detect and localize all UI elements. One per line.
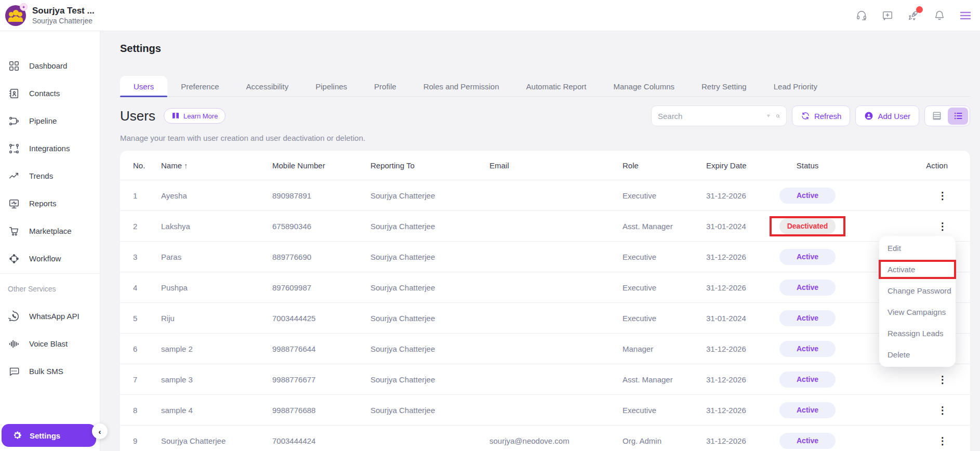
- status-badge: Active: [779, 249, 836, 265]
- cell-expiry: 31-12-2026: [706, 406, 758, 415]
- cell-name: Ayesha: [161, 191, 272, 200]
- sidebar-item-bulk-sms[interactable]: Bulk SMS: [0, 357, 100, 385]
- cell-no: 7: [133, 375, 161, 384]
- refresh-button[interactable]: Refresh: [792, 105, 851, 126]
- learn-more-button[interactable]: Learn More: [164, 108, 226, 124]
- gear-icon: [12, 430, 22, 441]
- cell-role: Asst. Manager: [623, 375, 706, 384]
- col-status: Status: [758, 161, 857, 170]
- cell-name: sample 4: [161, 406, 272, 415]
- menu-item[interactable]: Change Password: [879, 280, 956, 301]
- tab[interactable]: Accessibility: [233, 76, 302, 97]
- table-view-icon: [932, 111, 942, 121]
- row-actions-button[interactable]: ⋮: [937, 375, 948, 384]
- table-row[interactable]: 3 Paras 889776690 Sourjya Chatterjee Exe…: [120, 242, 970, 272]
- cell-no: 5: [133, 314, 161, 323]
- trends-icon: [8, 170, 20, 182]
- status-badge: Active: [779, 402, 836, 418]
- reports-icon: [8, 197, 20, 210]
- list-view-icon: [953, 111, 963, 121]
- menu-item[interactable]: Activate: [879, 259, 956, 280]
- table-row[interactable]: 5 Riju 7003444425 Sourjya Chatterjee Exe…: [120, 303, 970, 334]
- support-headset-icon[interactable]: [855, 9, 868, 22]
- search-input[interactable]: [658, 112, 761, 121]
- table-row[interactable]: 8 sample 4 9988776688 Sourjya Chatterjee…: [120, 395, 970, 426]
- sidebar-collapse-button[interactable]: ‹: [92, 423, 108, 439]
- whatsapp-icon: [8, 310, 20, 323]
- refresh-icon: [801, 111, 810, 121]
- sidebar-item-dashboard[interactable]: Dashboard: [0, 52, 100, 79]
- sidebar-item-reports[interactable]: Reports: [0, 190, 100, 217]
- row-actions-button[interactable]: ⋮: [937, 191, 948, 201]
- list-view-button[interactable]: [948, 108, 968, 125]
- status-badge: Active: [779, 341, 836, 357]
- feedback-icon[interactable]: [881, 9, 894, 22]
- tab[interactable]: Preference: [167, 76, 232, 97]
- sidebar-section-label: Other Services: [0, 275, 100, 302]
- table-row[interactable]: 4 Pushpa 897609987 Sourjya Chatterjee Ex…: [120, 272, 970, 303]
- book-icon: [171, 112, 180, 120]
- table-row[interactable]: 2 Lakshya 675890346 Sourjya Chatterjee A…: [120, 211, 970, 242]
- cell-role: Executive: [623, 314, 706, 323]
- cell-reporting-to: Sourjya Chatterjee: [370, 406, 489, 415]
- cell-no: 4: [133, 283, 161, 292]
- sidebar-item-label: Pipeline: [29, 116, 57, 125]
- row-actions-button[interactable]: ⋮: [937, 436, 948, 446]
- table-row[interactable]: 7 sample 3 9988776677 Sourjya Chatterjee…: [120, 364, 970, 395]
- whats-new-rocket-icon[interactable]: [907, 9, 920, 22]
- sidebar-item-contacts[interactable]: Contacts: [0, 79, 100, 107]
- sidebar-settings-button[interactable]: Settings: [2, 424, 96, 447]
- col-no: No.: [133, 161, 161, 170]
- sidebar-item-marketplace[interactable]: Marketplace: [0, 217, 100, 245]
- menu-icon[interactable]: [959, 9, 972, 22]
- table-row[interactable]: 9 Sourjya Chatterjee 7003444424 sourjya@…: [120, 426, 970, 451]
- row-actions-button[interactable]: ⋮: [937, 405, 948, 415]
- cell-role: Executive: [623, 253, 706, 261]
- table-row[interactable]: 1 Ayesha 890987891 Sourjya Chatterjee Ex…: [120, 180, 970, 211]
- sidebar-item-label: Trends: [29, 171, 53, 180]
- sidebar-item-label: Contacts: [29, 89, 60, 98]
- sidebar-item-workflow[interactable]: Workflow: [0, 245, 100, 272]
- table-view-button[interactable]: [926, 108, 947, 125]
- add-user-button[interactable]: Add User: [855, 105, 919, 126]
- cell-mobile: 7003444425: [272, 314, 370, 323]
- cell-role: Executive: [623, 406, 706, 415]
- filter-icon[interactable]: [766, 111, 771, 121]
- menu-item[interactable]: Reassign Leads: [879, 323, 956, 344]
- section-title: Users: [120, 108, 155, 124]
- table-header: No. Name↑ Mobile Number Reporting To Ema…: [120, 151, 970, 180]
- sidebar-item-voice-blast[interactable]: Voice Blast: [0, 330, 100, 357]
- cell-reporting-to: Sourjya Chatterjee: [370, 344, 489, 353]
- tab[interactable]: Retry Setting: [688, 76, 760, 97]
- sidebar-item-label: Dashboard: [29, 61, 67, 70]
- workspace-brand[interactable]: ✦ Sourjya Test ... Sourjya Chatterjee: [5, 5, 95, 26]
- sidebar-item-trends[interactable]: Trends: [0, 162, 100, 190]
- menu-item[interactable]: Edit: [879, 237, 956, 259]
- cell-no: 1: [133, 191, 161, 200]
- sidebar-item-label: Voice Blast: [29, 339, 68, 348]
- cell-name: Riju: [161, 314, 272, 323]
- table-row[interactable]: 6 sample 2 9988776644 Sourjya Chatterjee…: [120, 334, 970, 364]
- cell-role: Executive: [623, 191, 706, 200]
- tab[interactable]: Manage Columns: [600, 76, 688, 97]
- status-badge: Active: [779, 433, 836, 449]
- bell-icon[interactable]: [933, 9, 946, 22]
- menu-item[interactable]: View Campaigns: [879, 301, 956, 323]
- tab[interactable]: Roles and Permission: [410, 76, 513, 97]
- tab[interactable]: Automatic Report: [513, 76, 600, 97]
- menu-item[interactable]: Delete: [879, 344, 956, 365]
- tab[interactable]: Users: [120, 76, 167, 97]
- row-actions-button[interactable]: ⋮: [937, 221, 948, 231]
- cell-role: Org. Admin: [623, 436, 706, 445]
- col-email: Email: [489, 161, 623, 170]
- cell-name: sample 3: [161, 375, 272, 384]
- tab[interactable]: Lead Priority: [760, 76, 831, 97]
- search-icon[interactable]: [776, 111, 780, 121]
- sidebar-item-integrations[interactable]: Integrations: [0, 135, 100, 162]
- tab[interactable]: Pipelines: [302, 76, 361, 97]
- tab[interactable]: Profile: [361, 76, 410, 97]
- sidebar-item-whatsapp-api[interactable]: WhatsApp API: [0, 302, 100, 330]
- col-name[interactable]: Name↑: [161, 161, 272, 170]
- cell-expiry: 31-12-2026: [706, 344, 758, 353]
- sidebar-item-pipeline[interactable]: Pipeline: [0, 107, 100, 135]
